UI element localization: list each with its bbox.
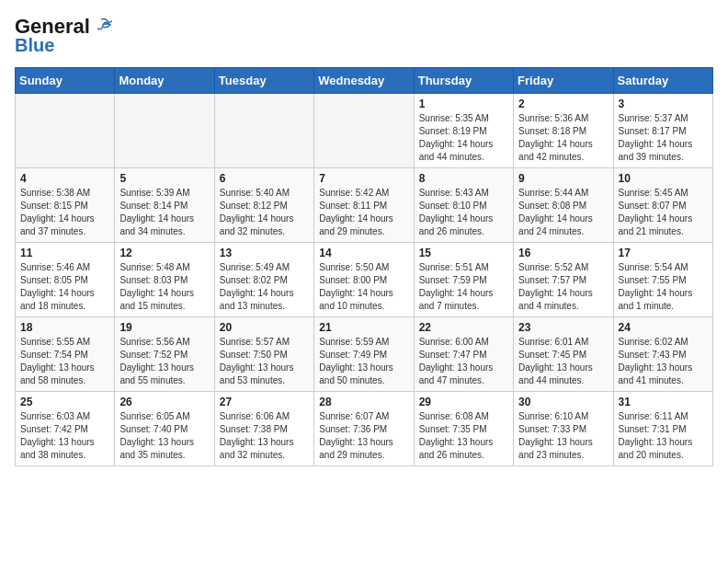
- calendar-cell: 30Sunrise: 6:10 AM Sunset: 7:33 PM Dayli…: [514, 392, 613, 466]
- calendar-cell: [214, 94, 313, 168]
- day-number: 4: [20, 172, 109, 185]
- day-number: 7: [319, 172, 408, 185]
- calendar-cell: 3Sunrise: 5:37 AM Sunset: 8:17 PM Daylig…: [613, 94, 712, 168]
- calendar-cell: [16, 94, 115, 168]
- day-number: 12: [119, 247, 209, 259]
- day-info: Sunrise: 5:51 AM Sunset: 7:59 PM Dayligh…: [419, 261, 508, 313]
- day-number: 19: [119, 321, 209, 334]
- day-info: Sunrise: 6:08 AM Sunset: 7:35 PM Dayligh…: [419, 410, 508, 462]
- day-info: Sunrise: 6:11 AM Sunset: 7:31 PM Dayligh…: [619, 410, 708, 462]
- day-info: Sunrise: 5:38 AM Sunset: 8:15 PM Dayligh…: [20, 187, 109, 238]
- day-number: 28: [319, 396, 408, 408]
- col-header-wednesday: Wednesday: [314, 68, 414, 94]
- day-number: 17: [619, 247, 708, 259]
- day-info: Sunrise: 6:05 AM Sunset: 7:40 PM Dayligh…: [119, 410, 209, 462]
- day-info: Sunrise: 6:01 AM Sunset: 7:45 PM Dayligh…: [518, 336, 608, 387]
- calendar-cell: [314, 94, 414, 168]
- day-number: 18: [20, 321, 109, 334]
- day-info: Sunrise: 5:39 AM Sunset: 8:14 PM Dayligh…: [119, 187, 209, 238]
- calendar-cell: 8Sunrise: 5:43 AM Sunset: 8:10 PM Daylig…: [414, 168, 513, 243]
- day-info: Sunrise: 6:10 AM Sunset: 7:33 PM Dayligh…: [518, 410, 608, 462]
- calendar-cell: 29Sunrise: 6:08 AM Sunset: 7:35 PM Dayli…: [414, 392, 513, 466]
- day-number: 2: [518, 98, 608, 110]
- day-number: 11: [20, 247, 109, 259]
- calendar-cell: 16Sunrise: 5:52 AM Sunset: 7:57 PM Dayli…: [514, 243, 613, 317]
- calendar-cell: 31Sunrise: 6:11 AM Sunset: 7:31 PM Dayli…: [613, 392, 712, 466]
- calendar-cell: 25Sunrise: 6:03 AM Sunset: 7:42 PM Dayli…: [16, 392, 115, 466]
- day-number: 14: [319, 247, 408, 259]
- day-info: Sunrise: 5:48 AM Sunset: 8:03 PM Dayligh…: [119, 261, 209, 313]
- calendar-cell: 23Sunrise: 6:01 AM Sunset: 7:45 PM Dayli…: [514, 317, 613, 392]
- calendar-cell: 17Sunrise: 5:54 AM Sunset: 7:55 PM Dayli…: [613, 243, 712, 317]
- day-info: Sunrise: 5:46 AM Sunset: 8:05 PM Dayligh…: [20, 261, 109, 313]
- day-info: Sunrise: 6:06 AM Sunset: 7:38 PM Dayligh…: [220, 410, 309, 462]
- calendar-header-row: SundayMondayTuesdayWednesdayThursdayFrid…: [16, 68, 713, 94]
- calendar-cell: 6Sunrise: 5:40 AM Sunset: 8:12 PM Daylig…: [214, 168, 313, 243]
- day-info: Sunrise: 5:59 AM Sunset: 7:49 PM Dayligh…: [319, 336, 408, 387]
- calendar-week-4: 18Sunrise: 5:55 AM Sunset: 7:54 PM Dayli…: [16, 317, 713, 392]
- day-number: 15: [419, 247, 508, 259]
- day-info: Sunrise: 5:35 AM Sunset: 8:19 PM Dayligh…: [419, 112, 508, 164]
- calendar-cell: 5Sunrise: 5:39 AM Sunset: 8:14 PM Daylig…: [115, 168, 214, 243]
- calendar-week-5: 25Sunrise: 6:03 AM Sunset: 7:42 PM Dayli…: [16, 392, 713, 466]
- logo-bird-icon: [90, 16, 112, 38]
- day-info: Sunrise: 6:00 AM Sunset: 7:47 PM Dayligh…: [419, 336, 508, 387]
- day-info: Sunrise: 6:03 AM Sunset: 7:42 PM Dayligh…: [20, 410, 109, 462]
- col-header-thursday: Thursday: [414, 68, 513, 94]
- day-info: Sunrise: 5:56 AM Sunset: 7:52 PM Dayligh…: [119, 336, 209, 387]
- day-number: 23: [518, 321, 608, 334]
- day-number: 22: [419, 321, 508, 334]
- calendar-cell: 9Sunrise: 5:44 AM Sunset: 8:08 PM Daylig…: [514, 168, 613, 243]
- calendar-cell: 14Sunrise: 5:50 AM Sunset: 8:00 PM Dayli…: [314, 243, 414, 317]
- calendar-cell: 2Sunrise: 5:36 AM Sunset: 8:18 PM Daylig…: [514, 94, 613, 168]
- day-number: 1: [419, 98, 508, 110]
- col-header-saturday: Saturday: [613, 68, 712, 94]
- calendar-week-1: 1Sunrise: 5:35 AM Sunset: 8:19 PM Daylig…: [16, 94, 713, 168]
- calendar-cell: 26Sunrise: 6:05 AM Sunset: 7:40 PM Dayli…: [115, 392, 214, 466]
- day-number: 29: [419, 396, 508, 408]
- day-info: Sunrise: 5:43 AM Sunset: 8:10 PM Dayligh…: [419, 187, 508, 238]
- day-number: 31: [619, 396, 708, 408]
- day-info: Sunrise: 5:44 AM Sunset: 8:08 PM Dayligh…: [518, 187, 608, 238]
- col-header-tuesday: Tuesday: [214, 68, 313, 94]
- logo: General Blue: [15, 15, 112, 56]
- day-number: 5: [119, 172, 209, 185]
- day-number: 16: [518, 247, 608, 259]
- day-number: 9: [518, 172, 608, 185]
- day-number: 27: [220, 396, 309, 408]
- calendar-cell: 12Sunrise: 5:48 AM Sunset: 8:03 PM Dayli…: [115, 243, 214, 317]
- day-number: 20: [220, 321, 309, 334]
- day-info: Sunrise: 5:55 AM Sunset: 7:54 PM Dayligh…: [20, 336, 109, 387]
- calendar-table: SundayMondayTuesdayWednesdayThursdayFrid…: [15, 67, 713, 466]
- day-number: 26: [119, 396, 209, 408]
- day-info: Sunrise: 5:42 AM Sunset: 8:11 PM Dayligh…: [319, 187, 408, 238]
- day-info: Sunrise: 5:37 AM Sunset: 8:17 PM Dayligh…: [619, 112, 708, 164]
- day-info: Sunrise: 5:45 AM Sunset: 8:07 PM Dayligh…: [619, 187, 708, 238]
- calendar-cell: 1Sunrise: 5:35 AM Sunset: 8:19 PM Daylig…: [414, 94, 513, 168]
- day-info: Sunrise: 5:52 AM Sunset: 7:57 PM Dayligh…: [518, 261, 608, 313]
- calendar-cell: 11Sunrise: 5:46 AM Sunset: 8:05 PM Dayli…: [16, 243, 115, 317]
- calendar-cell: 7Sunrise: 5:42 AM Sunset: 8:11 PM Daylig…: [314, 168, 414, 243]
- calendar-cell: 4Sunrise: 5:38 AM Sunset: 8:15 PM Daylig…: [16, 168, 115, 243]
- calendar-cell: 20Sunrise: 5:57 AM Sunset: 7:50 PM Dayli…: [214, 317, 313, 392]
- day-number: 3: [619, 98, 708, 110]
- day-info: Sunrise: 5:54 AM Sunset: 7:55 PM Dayligh…: [619, 261, 708, 313]
- calendar-week-2: 4Sunrise: 5:38 AM Sunset: 8:15 PM Daylig…: [16, 168, 713, 243]
- day-number: 30: [518, 396, 608, 408]
- calendar-cell: 28Sunrise: 6:07 AM Sunset: 7:36 PM Dayli…: [314, 392, 414, 466]
- day-info: Sunrise: 5:36 AM Sunset: 8:18 PM Dayligh…: [518, 112, 608, 164]
- calendar-cell: 15Sunrise: 5:51 AM Sunset: 7:59 PM Dayli…: [414, 243, 513, 317]
- calendar-cell: [115, 94, 214, 168]
- day-info: Sunrise: 5:50 AM Sunset: 8:00 PM Dayligh…: [319, 261, 408, 313]
- calendar-cell: 13Sunrise: 5:49 AM Sunset: 8:02 PM Dayli…: [214, 243, 313, 317]
- day-info: Sunrise: 5:57 AM Sunset: 7:50 PM Dayligh…: [220, 336, 309, 387]
- day-number: 6: [220, 172, 309, 185]
- col-header-sunday: Sunday: [16, 68, 115, 94]
- col-header-friday: Friday: [514, 68, 613, 94]
- calendar-cell: 24Sunrise: 6:02 AM Sunset: 7:43 PM Dayli…: [613, 317, 712, 392]
- day-number: 21: [319, 321, 408, 334]
- day-number: 25: [20, 396, 109, 408]
- day-info: Sunrise: 5:49 AM Sunset: 8:02 PM Dayligh…: [220, 261, 309, 313]
- calendar-week-3: 11Sunrise: 5:46 AM Sunset: 8:05 PM Dayli…: [16, 243, 713, 317]
- day-info: Sunrise: 5:40 AM Sunset: 8:12 PM Dayligh…: [220, 187, 309, 238]
